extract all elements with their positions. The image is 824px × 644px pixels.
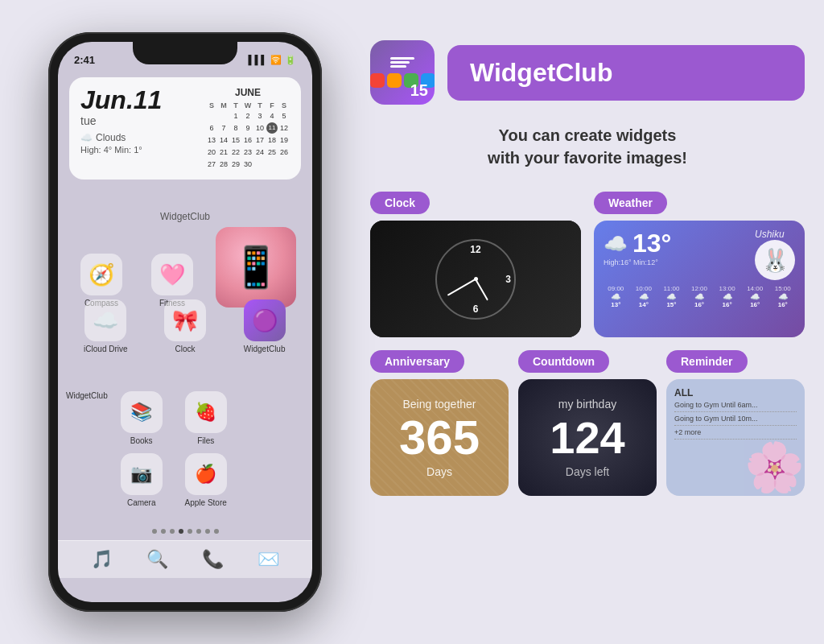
min-hand [447,279,476,295]
weather-time-3: 12:00☁️16° [687,285,712,308]
reminder-badge: Reminder [666,350,748,373]
row3-bottom: 📷 Camera 🍎 Apple Store [114,453,233,507]
row3-with-fav: ✦✦✦ MYFAVORITE WidgetClub 📚 Books 🍓 File… [66,388,304,507]
phone-section: 2:41 ▌▌▌ 🛜 🔋 Jun.11 tue ☁️ Clouds [24,32,362,612]
clock-category: Clock 12 3 6 [370,192,581,337]
tagline: You can create widgets with your favorit… [370,124,805,169]
anniversary-number: 365 [399,414,480,462]
books-icon: 📚 [121,391,163,433]
fitness-icon: 🩷 [151,254,193,295]
anniversary-badge: Anniversary [370,350,464,373]
phone-calendar-widget: Jun.11 tue ☁️ Clouds High: 4° Min: 1° JU… [69,77,301,180]
signal-icon: ▌▌▌ [249,55,267,64]
hour-hand [475,279,488,300]
widgetclub-app-icon: 15 [370,40,435,105]
wc-number: 15 [410,81,428,100]
widget-left: Jun.11 tue ☁️ Clouds High: 4° Min: 1° [80,87,198,170]
tagline-line1: You can create widgets [370,124,805,147]
wc-line-2 [390,61,410,64]
weather-category: Weather ☁️ 13° High:16° Min:12° Ushiku 🐰 [594,192,805,337]
weather-time-1: 10:00☁️14° [632,285,657,308]
row3-icons: 📚 Books 🍓 Files 📷 Camera [114,391,233,507]
weather-timeline: 09:00☁️13° 10:00☁️14° 11:00☁️15° 12:00☁️… [604,285,795,308]
weather-top: ☁️ 13° High:16° Min:12° Ushiku 🐰 [604,229,795,280]
clock-center [474,277,478,281]
weather-badge: Weather [594,192,667,214]
app-icloud[interactable]: ☁️ iCloud Drive [78,299,133,353]
files-icon: 🍓 [185,391,227,433]
widget-weather: ☁️ Clouds [80,132,198,143]
countdown-badge: Countdown [518,350,609,373]
battery-icon: 🔋 [285,55,296,65]
widget-date: Jun.11 [80,87,198,113]
weather-temp-row: ☁️ 13° [604,229,671,258]
weather-detail: High:16° Min:12° [604,258,671,266]
bottom-bar: 🎵 🔍 📞 ✉️ [58,540,312,578]
anniversary-text: Being together [402,398,476,411]
clock-preview: 12 3 6 [370,221,581,337]
wc-line-1 [390,57,414,60]
flower-icon: 🌸 [744,439,805,496]
reminder-preview: ALL Going to Gym Until 6am... Going to G… [666,379,805,496]
widget-month: JUNE [206,87,290,98]
top-widgets-row: Clock 12 3 6 Weather [370,192,805,337]
app-books[interactable]: 📚 Books [114,391,169,445]
app-health[interactable]: 🎀 Clock [158,299,212,353]
app-icons-row-1: 🧭 Compass 🩷 Fitness 📱 [66,227,304,308]
icloud-icon: ☁️ [84,299,126,341]
dot-2 [170,529,175,534]
phone-icon: 📞 [202,549,224,570]
wc-title-bg: WidgetClub [447,45,805,101]
music-icon: 🎵 [91,549,113,570]
phone-screen: 2:41 ▌▌▌ 🛜 🔋 Jun.11 tue ☁️ Clouds [58,42,312,602]
phone-widgetclub-label: WidgetClub [58,211,312,222]
app-files[interactable]: 🍓 Files [179,391,233,445]
wc-line-3 [390,65,406,68]
app-phone-image: 📱 [216,227,296,308]
widgetclub-icon: 🟣 [244,299,286,341]
row3-top: 📚 Books 🍓 Files [114,391,233,445]
wc-dot-red [370,73,385,88]
anniversary-category: Anniversary Being together 365 Days [370,350,509,496]
app-apple-store[interactable]: 🍎 Apple Store [179,453,233,507]
weather-temp: 13° [632,229,671,258]
weather-rabbit: 🐰 [755,240,795,280]
widget-day: tue [80,114,198,127]
bottom-widgets-row: Anniversary Being together 365 Days Coun… [370,350,805,496]
anniversary-unit: Days [426,465,452,478]
dot-1 [161,529,166,534]
app-icons-row-2: ☁️ iCloud Drive 🎀 Clock 🟣 WidgetClub [66,299,304,353]
reminder-all-label: ALL [674,387,797,398]
countdown-preview: my birthday 124 Days left [518,379,657,496]
clock-num-12: 12 [470,244,480,255]
app-header: 15 WidgetClub [370,40,805,105]
cloud-icon: ☁️ [80,132,93,143]
page-dots [58,529,312,534]
weather-preview: ☁️ 13° High:16° Min:12° Ushiku 🐰 09:00☁️… [594,221,805,337]
favorite-label: WidgetClub [66,391,108,400]
weather-info: ☁️ 13° High:16° Min:12° [604,229,671,266]
favorite-group[interactable]: ✦✦✦ MYFAVORITE WidgetClub [66,388,108,400]
clock-badge: Clock [370,192,430,214]
weather-city: Ushiku [755,229,795,240]
clock-num-3: 3 [505,274,511,285]
app-camera[interactable]: 📷 Camera [114,453,169,507]
dot-7 [214,529,219,534]
reminder-item-0: Going to Gym Until 6am... [674,398,797,412]
countdown-number: 124 [550,415,624,460]
wc-lines [390,57,414,68]
health-icon: 🎀 [164,299,206,341]
status-bar: 2:41 ▌▌▌ 🛜 🔋 [58,42,312,71]
app-widgetclub[interactable]: 🟣 WidgetClub [237,299,292,353]
calendar-grid: S M T W T F S 1 2 3 4 5 [206,101,290,170]
weather-time-4: 13:00☁️16° [715,285,740,308]
dot-3-active [179,529,183,534]
search-icon: 🔍 [146,549,168,570]
phone-art-icon: 📱 [216,227,296,308]
dot-4 [187,529,192,534]
weather-time-5: 14:00☁️16° [743,285,768,308]
weather-right: Ushiku 🐰 [755,229,795,280]
cloud-weather-icon: ☁️ [604,233,628,255]
weather-time-2: 11:00☁️15° [659,285,684,308]
clock-num-6: 6 [473,303,479,315]
